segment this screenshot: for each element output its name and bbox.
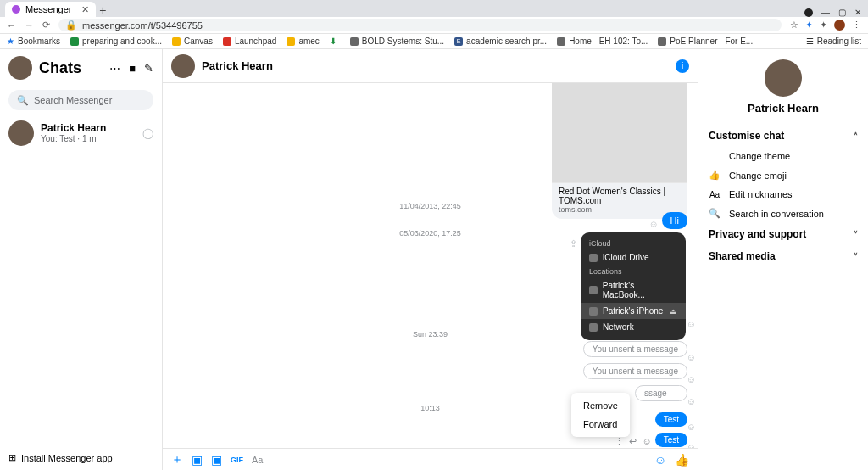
cloud-icon [589, 254, 598, 262]
details-sidebar: Patrick Hearn Customise chat˄ Change the… [698, 49, 868, 470]
icloud-locations-card: iCloud iCloud Drive Locations Patrick's … [581, 232, 686, 340]
profile-avatar[interactable] [834, 20, 845, 31]
phone-icon [589, 307, 598, 316]
conversation-status-icon: ◯ [142, 127, 153, 139]
chat-contact-name[interactable]: Patrick Hearn [202, 59, 273, 72]
extension-icon[interactable]: ✦ [805, 20, 813, 31]
bookmarks-bar: ★Bookmarks preparing and cook... Canvas … [0, 34, 868, 49]
chevron-up-icon: ˄ [854, 131, 858, 141]
browser-menu-icon[interactable]: ⋮ [852, 20, 861, 31]
extensions-menu-icon[interactable]: ✦ [820, 20, 827, 31]
window-maximize[interactable]: ▢ [838, 8, 846, 17]
unsent-message: You unsent a message [583, 363, 687, 379]
composer-emoji-icon[interactable]: ☺ [654, 453, 666, 467]
contact-name: Patrick Hearn [41, 122, 106, 134]
unsent-message-partial: ssage [635, 385, 687, 401]
bookmark-item[interactable]: ★Bookmarks [7, 36, 60, 46]
section-customise-chat[interactable]: Customise chat˄ [709, 125, 858, 147]
video-call-icon[interactable]: ■ [129, 62, 136, 75]
bookmark-item[interactable]: Launchpad [223, 36, 277, 46]
install-app-link[interactable]: Install Messenger app [21, 453, 113, 463]
search-in-conversation-option[interactable]: 🔍 Search in conversation [709, 204, 858, 223]
link-preview-card[interactable]: Red Dot Women's Classics | TOMS.com toms… [552, 83, 687, 219]
new-message-icon[interactable]: ✎ [144, 62, 153, 75]
composer-sticker-icon[interactable]: ▣ [211, 453, 222, 467]
message-context-menu: Remove Forward [571, 393, 630, 437]
bookmark-item[interactable]: PoE Planner - For E... [658, 36, 753, 46]
timestamp: 11/04/2013, 22:45 [163, 202, 698, 210]
composer-gif-icon[interactable]: GIF [231, 456, 243, 464]
chat-info-button[interactable]: i [676, 59, 689, 73]
address-field[interactable]: 🔒 messenger.com/t/534496755 [58, 19, 782, 31]
message-bubble[interactable]: Hi [662, 212, 687, 229]
media-indicator-icon [804, 8, 813, 17]
section-shared-media[interactable]: Shared media˅ [709, 245, 858, 267]
browser-tabbar: Messenger ✕ + — ▢ ✕ [0, 0, 868, 17]
composer-image-icon[interactable]: ▣ [192, 453, 203, 467]
reload-icon[interactable]: ⟳ [42, 20, 50, 31]
bookmark-item[interactable]: ⬇ [330, 36, 340, 46]
close-tab-icon[interactable]: ✕ [81, 4, 89, 15]
contact-avatar [8, 120, 34, 146]
contact-name-heading: Patrick Hearn [709, 102, 858, 115]
unsent-message: You unsent a message [583, 341, 687, 357]
section-privacy-support[interactable]: Privacy and support˅ [709, 223, 858, 245]
menu-forward[interactable]: Forward [571, 415, 630, 434]
window-minimize[interactable]: — [821, 8, 830, 17]
message-more-icon[interactable]: ⋮ [615, 436, 624, 447]
timestamp: Sun 23:39 [163, 330, 698, 339]
composer-plus-icon[interactable]: ＋ [171, 452, 183, 467]
react-icon[interactable]: ☺ [687, 374, 696, 384]
bookmark-item[interactable]: amec [287, 36, 319, 46]
reading-list-button[interactable]: ☰Reading list [806, 36, 861, 46]
change-emoji-option[interactable]: 👍 Change emoji [709, 165, 858, 185]
bookmark-item[interactable]: Home - EH 102: To... [557, 36, 648, 46]
contact-avatar-large[interactable] [765, 59, 802, 97]
like-icon: 👍 [709, 170, 721, 181]
new-tab-button[interactable]: + [96, 3, 109, 17]
message-bubble[interactable]: Test [655, 412, 687, 427]
react-icon[interactable]: ☺ [687, 422, 696, 432]
locations-section-label: Locations [581, 266, 686, 277]
location-macbook[interactable]: Patrick's MacBook... [581, 277, 686, 303]
icloud-section-label: iCloud [581, 238, 686, 249]
chats-more-icon[interactable]: ⋯ [109, 62, 120, 75]
location-iphone[interactable]: Patrick's iPhone⏏ [581, 303, 686, 319]
edit-nicknames-option[interactable]: Aa Edit nicknames [709, 185, 858, 204]
change-theme-option[interactable]: Change theme [709, 147, 858, 165]
message-react-icon[interactable]: ☺ [642, 436, 651, 447]
forward-icon[interactable]: → [25, 20, 34, 31]
react-icon[interactable]: ☺ [687, 319, 696, 329]
chevron-down-icon: ˅ [854, 230, 858, 239]
share-icon[interactable]: ⇪ [570, 238, 577, 249]
my-avatar[interactable] [8, 56, 32, 80]
composer-like-icon[interactable]: 👍 [675, 453, 689, 467]
react-icon[interactable]: ☺ [687, 442, 696, 448]
bookmark-item[interactable]: Eacademic search pr... [454, 36, 547, 46]
chats-sidebar: Chats ⋯ ■ ✎ 🔍 Search Messenger Patrick H… [0, 49, 163, 470]
bookmark-item[interactable]: BOLD Systems: Stu... [350, 36, 444, 46]
search-input[interactable]: 🔍 Search Messenger [8, 90, 153, 110]
eject-icon[interactable]: ⏏ [670, 307, 677, 316]
icloud-drive-item[interactable]: iCloud Drive [581, 249, 686, 266]
timestamp: 10:13 [163, 404, 698, 412]
bookmark-item[interactable]: Canvas [172, 36, 213, 46]
install-icon: ⊞ [8, 452, 16, 463]
window-close[interactable]: ✕ [854, 8, 861, 17]
chat-avatar[interactable] [171, 54, 195, 78]
message-reply-icon[interactable]: ↩ [629, 436, 637, 447]
composer-input[interactable]: Aa [252, 455, 646, 465]
back-icon[interactable]: ← [7, 20, 16, 31]
conversation-row[interactable]: Patrick Hearn You: Test · 1 m ◯ [0, 114, 162, 153]
search-placeholder: Search Messenger [34, 95, 112, 105]
bookmark-item[interactable]: preparing and cook... [70, 36, 162, 46]
react-icon[interactable]: ☺ [648, 219, 658, 229]
composer: ＋ ▣ ▣ GIF Aa ☺ 👍 [163, 448, 698, 470]
react-icon[interactable]: ☺ [687, 352, 696, 362]
star-icon[interactable]: ☆ [790, 20, 798, 31]
chats-title: Chats [39, 59, 81, 77]
message-bubble[interactable]: Test [655, 433, 687, 447]
browser-tab[interactable]: Messenger ✕ [5, 2, 96, 17]
chevron-down-icon: ˅ [854, 252, 858, 261]
tab-title: Messenger [25, 4, 71, 14]
